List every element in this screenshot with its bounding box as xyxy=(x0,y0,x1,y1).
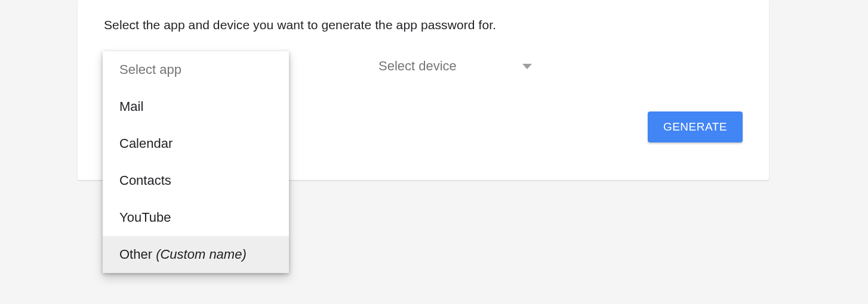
chevron-down-icon xyxy=(522,64,532,69)
select-device-label: Select device xyxy=(378,58,457,74)
option-label: Other xyxy=(119,247,156,262)
select-device-dropdown[interactable]: Select device xyxy=(378,58,532,74)
option-label: Mail xyxy=(119,99,143,114)
select-app-label: Select app xyxy=(103,51,289,88)
select-app-option[interactable]: YouTube xyxy=(103,199,289,236)
generate-button[interactable]: GENERATE xyxy=(648,111,743,142)
option-label-suffix: (Custom name) xyxy=(156,247,247,262)
option-label: YouTube xyxy=(119,210,171,225)
select-app-option[interactable]: Contacts xyxy=(103,162,289,199)
select-app-option[interactable]: Mail xyxy=(103,88,289,125)
option-label: Calendar xyxy=(119,136,173,151)
select-app-option[interactable]: Calendar xyxy=(103,125,289,162)
select-app-option[interactable]: Other (Custom name) xyxy=(103,236,289,273)
select-app-dropdown-menu: Select app MailCalendarContactsYouTubeOt… xyxy=(103,51,289,273)
option-label: Contacts xyxy=(119,173,171,188)
instruction-text: Select the app and device you want to ge… xyxy=(104,18,743,32)
